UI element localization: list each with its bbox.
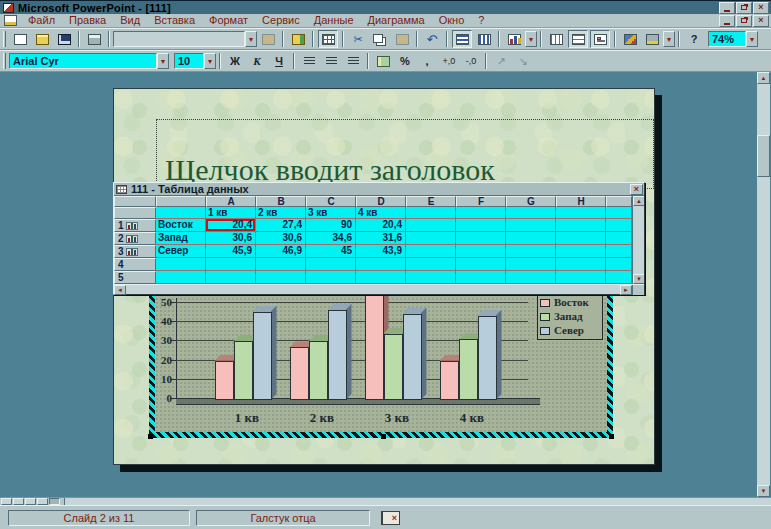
row-header-2[interactable]: 2 <box>114 232 156 245</box>
chart-type-dropdown-button[interactable]: ▾ <box>525 31 537 47</box>
period-cell-2[interactable]: 3 кв <box>306 207 356 219</box>
column-header-B[interactable]: B <box>256 196 306 207</box>
resize-handle[interactable] <box>148 434 153 439</box>
period-cell-1[interactable]: 2 кв <box>256 207 306 219</box>
save-button[interactable] <box>54 30 74 48</box>
minimize-button[interactable] <box>719 2 735 14</box>
data-cell-3-6[interactable] <box>506 245 556 258</box>
paste-button[interactable] <box>392 30 412 48</box>
data-cell-5-3[interactable] <box>356 271 406 284</box>
series-name-cell[interactable]: Север <box>156 245 206 258</box>
menu-item-5[interactable]: Сервис <box>255 14 307 27</box>
datasheet-close-button[interactable]: × <box>630 184 643 195</box>
scroll-right-button[interactable]: ► <box>620 285 632 295</box>
by-row-button[interactable] <box>452 30 472 48</box>
scrollbar-thumb[interactable] <box>757 135 770 177</box>
data-cell-3-5[interactable] <box>456 245 506 258</box>
series-name-cell[interactable]: Восток <box>156 219 206 232</box>
data-cell-2-3[interactable]: 31,6 <box>356 232 406 245</box>
series-name-cell[interactable] <box>156 258 206 271</box>
category-gridlines-button[interactable] <box>546 30 566 48</box>
chart-objects-combo[interactable] <box>113 31 245 47</box>
bar-Восток-4 кв[interactable] <box>440 361 459 400</box>
data-cell-5-7[interactable] <box>556 271 606 284</box>
column-header-G[interactable]: G <box>506 196 556 207</box>
data-cell-1-7[interactable] <box>556 219 606 232</box>
data-cell-3-0[interactable]: 45,9 <box>206 245 256 258</box>
period-cell-6[interactable] <box>506 207 556 219</box>
data-cell-2-5[interactable] <box>456 232 506 245</box>
fill-color-dropdown-button[interactable]: ▾ <box>663 31 675 47</box>
align-left-button[interactable] <box>299 52 319 70</box>
spelling-status-icon[interactable] <box>381 511 400 525</box>
data-cell-4-6[interactable] <box>506 258 556 271</box>
datasheet-title-bar[interactable]: 111 - Таблица данных × <box>114 183 644 196</box>
open-button[interactable] <box>32 30 52 48</box>
print-button[interactable] <box>84 30 104 48</box>
data-cell-3-4[interactable] <box>406 245 456 258</box>
data-cell-2-1[interactable]: 30,6 <box>256 232 306 245</box>
period-cell-0[interactable]: 1 кв <box>206 207 256 219</box>
menu-item-9[interactable]: ? <box>471 14 491 27</box>
outline-view-button[interactable] <box>13 498 24 505</box>
scroll-left-button[interactable]: ◄ <box>114 285 126 295</box>
bar-Север-3 кв[interactable] <box>403 314 422 400</box>
underline-button[interactable]: Ч <box>269 52 289 70</box>
data-cell-4-5[interactable] <box>456 258 506 271</box>
scroll-up-button[interactable]: ▲ <box>633 196 644 206</box>
bar-Запад-4 кв[interactable] <box>459 339 478 400</box>
new-document-button[interactable] <box>10 30 30 48</box>
data-cell-2-4[interactable] <box>406 232 456 245</box>
increase-decimal-button[interactable]: +,0 <box>439 52 459 70</box>
toolbar-grip[interactable] <box>3 31 6 47</box>
bold-button[interactable]: Ж <box>225 52 245 70</box>
format-selected-object-button[interactable] <box>258 30 278 48</box>
data-cell-1-6[interactable] <box>506 219 556 232</box>
align-center-button[interactable] <box>321 52 341 70</box>
document-menu-icon[interactable] <box>4 15 17 26</box>
column-header-A[interactable]: A <box>206 196 256 207</box>
restore-button[interactable] <box>736 2 752 14</box>
bar-Запад-3 кв[interactable] <box>384 334 403 400</box>
data-cell-4-3[interactable] <box>356 258 406 271</box>
scrollbar-track[interactable] <box>126 285 620 294</box>
font-name-dropdown-button[interactable]: ▾ <box>157 53 169 69</box>
menu-item-8[interactable]: Окно <box>432 14 472 27</box>
data-cell-5-4[interactable] <box>406 271 456 284</box>
data-cell-4-7[interactable] <box>556 258 606 271</box>
column-header-F[interactable]: F <box>456 196 506 207</box>
column-header-D[interactable]: D <box>356 196 406 207</box>
data-cell-1-0[interactable]: 20,4 <box>206 219 256 232</box>
font-size-dropdown-button[interactable]: ▾ <box>204 53 216 69</box>
slide-view-button[interactable] <box>25 498 36 505</box>
menu-item-4[interactable]: Формат <box>202 14 255 27</box>
help-button[interactable]: ? <box>684 30 704 48</box>
angle-text-down-button[interactable]: ↘ <box>513 52 533 70</box>
legend-item-Восток[interactable]: Восток <box>540 297 600 308</box>
bar-Север-2 кв[interactable] <box>328 310 347 400</box>
datasheet-horizontal-scrollbar[interactable]: ◄ ► <box>114 284 644 294</box>
fill-color-button[interactable] <box>642 30 662 48</box>
data-cell-5-5[interactable] <box>456 271 506 284</box>
data-cell-2-6[interactable] <box>506 232 556 245</box>
bar-Запад-1 кв[interactable] <box>234 341 253 400</box>
normal-view-button[interactable] <box>1 498 12 505</box>
period-cell-7[interactable] <box>556 207 606 219</box>
column-header-H[interactable]: H <box>556 196 606 207</box>
data-cell-1-3[interactable]: 20,4 <box>356 219 406 232</box>
import-file-button[interactable] <box>288 30 308 48</box>
percent-style-button[interactable]: % <box>395 52 415 70</box>
drawing-toolbar-button[interactable] <box>620 30 640 48</box>
slide-show-button[interactable] <box>49 498 60 505</box>
zoom-dropdown-button[interactable]: ▾ <box>746 31 758 47</box>
data-cell-2-7[interactable] <box>556 232 606 245</box>
resize-handle[interactable] <box>609 434 614 439</box>
chart-objects-dropdown-button[interactable]: ▾ <box>245 31 257 47</box>
chart-legend[interactable]: ВостокЗападСевер <box>537 293 603 340</box>
data-cell-4-4[interactable] <box>406 258 456 271</box>
menu-item-7[interactable]: Диаграмма <box>361 14 432 27</box>
column-header-C[interactable]: C <box>306 196 356 207</box>
font-name-combo[interactable]: Arial Cyr <box>9 53 157 69</box>
cut-button[interactable]: ✂ <box>348 30 368 48</box>
datasheet-vertical-scrollbar[interactable]: ▲ ▼ <box>632 196 644 284</box>
